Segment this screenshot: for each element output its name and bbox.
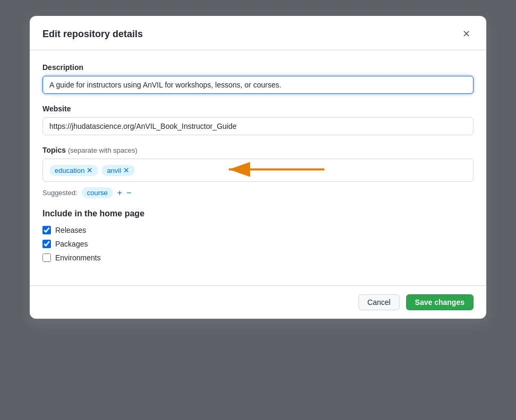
topic-tag-label: education (55, 167, 84, 174)
remove-education-button[interactable]: ✕ (87, 167, 93, 174)
topics-field-group: Topics (separate with spaces) education … (42, 146, 474, 198)
description-label: Description (42, 63, 474, 72)
releases-checkbox[interactable] (42, 226, 51, 234)
description-field-group: Description (42, 63, 474, 94)
packages-checkbox[interactable] (42, 240, 51, 248)
environments-checkbox-item: Environments (42, 253, 474, 262)
suggested-tag-course: course (82, 187, 113, 198)
add-suggested-course-button[interactable]: + (117, 188, 122, 198)
edit-repository-modal: Edit repository details ✕ Description We… (30, 16, 486, 319)
packages-checkbox-item: Packages (42, 240, 474, 248)
modal-header: Edit repository details ✕ (30, 16, 486, 50)
suggested-topics-row: Suggested: course + − (42, 187, 474, 198)
topics-label: Topics (separate with spaces) (42, 146, 474, 154)
homepage-section-title: Include in the home page (42, 209, 474, 218)
description-input[interactable] (42, 76, 474, 94)
website-input[interactable] (42, 117, 474, 135)
cancel-button[interactable]: Cancel (358, 294, 400, 310)
save-changes-button[interactable]: Save changes (406, 294, 474, 310)
homepage-section: Include in the home page Releases Packag… (42, 209, 474, 262)
suggested-tag-label: course (87, 189, 108, 197)
topic-tag-anvil: anvil ✕ (101, 165, 135, 176)
releases-label: Releases (55, 226, 86, 234)
environments-checkbox[interactable] (42, 253, 51, 262)
remove-anvil-button[interactable]: ✕ (123, 167, 130, 174)
modal-footer: Cancel Save changes (30, 285, 486, 319)
website-label: Website (42, 104, 474, 113)
modal-close-button[interactable]: ✕ (459, 27, 474, 41)
packages-label: Packages (55, 240, 88, 248)
modal-title: Edit repository details (42, 29, 143, 40)
suggested-label: Suggested: (42, 189, 78, 197)
topic-tag-label: anvil (107, 167, 121, 174)
releases-checkbox-item: Releases (42, 226, 474, 234)
arrow-annotation (223, 159, 330, 182)
modal-body: Description Website Topics (separate wit… (30, 50, 486, 285)
close-icon: ✕ (462, 28, 470, 40)
modal-overlay: Edit repository details ✕ Description We… (0, 0, 516, 420)
remove-suggested-course-button[interactable]: − (126, 188, 131, 198)
topics-container[interactable]: education ✕ anvil ✕ (42, 159, 474, 182)
topic-tag-education: education ✕ (49, 165, 98, 176)
topics-hint: (separate with spaces) (68, 146, 137, 154)
website-field-group: Website (42, 104, 474, 135)
environments-label: Environments (55, 253, 101, 262)
